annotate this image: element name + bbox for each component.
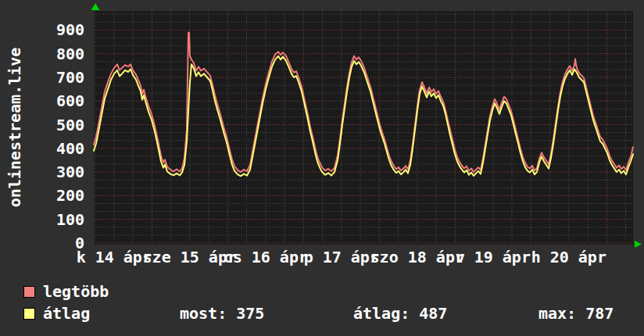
legend-row-max: legtöbb bbox=[23, 284, 109, 299]
stat-most: most: 375 bbox=[180, 306, 264, 321]
legend-label-avg: átlag bbox=[43, 306, 90, 321]
legend-label-max: legtöbb bbox=[43, 284, 109, 299]
stat-atlag: átlag: 487 bbox=[353, 306, 447, 321]
legend-row-avg: átlag bbox=[23, 306, 90, 321]
legend-swatch-max bbox=[23, 286, 35, 298]
legend-swatch-avg bbox=[23, 308, 35, 320]
legend: legtöbb átlag most: 375 átlag: 487 max: … bbox=[0, 0, 644, 336]
stat-max: max: 787 bbox=[538, 306, 614, 321]
